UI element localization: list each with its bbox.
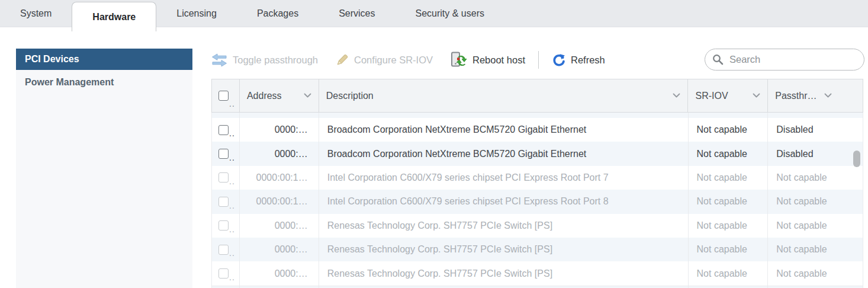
column-header-address[interactable]: Address <box>240 79 319 112</box>
truncation-dots: .. <box>229 203 235 209</box>
table-row[interactable]: .. 0000:… Renesas Technology Corp. SH775… <box>212 238 863 261</box>
search-icon <box>712 54 724 65</box>
table-row[interactable]: .. 0000:… Renesas Technology Corp. SH775… <box>212 261 863 285</box>
table-scrollbar-thumb[interactable] <box>853 151 860 167</box>
tab-security-users[interactable]: Security & users <box>396 0 504 27</box>
tab-label: System <box>20 8 52 19</box>
cell-passthrough: Disabled <box>768 142 863 165</box>
tab-hardware[interactable]: Hardware <box>72 2 156 31</box>
cell-sriov: Not capable <box>689 166 769 190</box>
table-row[interactable]: .. 0000:00:1… Intel Corporation C600/X79… <box>212 166 863 190</box>
chevron-down-icon[interactable] <box>824 93 832 98</box>
row-checkbox <box>218 172 229 183</box>
table-row[interactable]: .. 0000:… Renesas Technology Corp. SH775… <box>212 214 863 238</box>
cell-sriov: Not capable <box>689 261 769 285</box>
row-checkbox[interactable] <box>218 149 229 159</box>
cell-address: 0000:… <box>240 118 319 142</box>
cell-description: Intel Corporation C600/X79 series chipse… <box>319 190 689 213</box>
search-box <box>705 49 864 71</box>
tab-services[interactable]: Services <box>319 0 395 27</box>
tab-licensing[interactable]: Licensing <box>156 0 237 27</box>
cell-description: Intel Corporation C600/X79 series chipse… <box>319 166 689 190</box>
sidebar-item-pci-devices[interactable]: PCI Devices <box>16 49 192 70</box>
partial-row <box>212 286 863 288</box>
cell-sriov: Not capable <box>689 214 769 238</box>
chevron-down-icon[interactable] <box>753 93 760 98</box>
cell-sriov: Not capable <box>689 142 769 165</box>
column-header-passthrough[interactable]: Passthr… <box>768 79 863 112</box>
refresh-button[interactable]: Refresh <box>552 53 605 67</box>
chevron-down-icon[interactable] <box>673 93 680 98</box>
cell-sriov: Not capable <box>689 238 769 261</box>
refresh-label: Refresh <box>571 55 605 66</box>
cell-passthrough: Disabled <box>768 118 863 142</box>
sidebar-item-label: Power Management <box>25 77 114 88</box>
toggle-passthrough-button[interactable]: Toggle passthrough <box>211 53 318 67</box>
cell-address: 0000:… <box>240 238 319 261</box>
table-row[interactable]: .. 0000:… Broadcom Corporation NetXtreme… <box>212 118 863 142</box>
truncation-dots: .. <box>229 130 235 136</box>
tab-label: Licensing <box>176 8 217 19</box>
toggle-passthrough-label: Toggle passthrough <box>233 55 318 66</box>
reboot-host-button[interactable]: Reboot host <box>451 52 525 68</box>
truncation-dots: .. <box>229 155 235 161</box>
cell-passthrough: Not capable <box>768 238 863 261</box>
pencil-icon <box>336 53 349 66</box>
cell-passthrough: Not capable <box>768 166 863 190</box>
cell-address: 0000:… <box>240 261 319 285</box>
pci-devices-toolbar: Toggle passthrough Configure SR-IOV <box>211 47 605 72</box>
toggle-passthrough-icon <box>211 53 227 67</box>
tab-label: Security & users <box>416 8 484 19</box>
tab-label: Packages <box>257 8 298 19</box>
table-row[interactable]: .. 0000:… Broadcom Corporation NetXtreme… <box>212 142 863 165</box>
cell-description: Broadcom Corporation NetXtreme BCM5720 G… <box>319 142 689 165</box>
row-checkbox <box>218 197 229 207</box>
cell-passthrough: Not capable <box>768 214 863 238</box>
configure-sriov-label: Configure SR-IOV <box>354 55 433 66</box>
truncation-dots: .. <box>229 101 235 107</box>
row-checkbox <box>218 268 229 279</box>
truncation-dots: .. <box>229 178 235 184</box>
cell-description: Renesas Technology Corp. SH7757 PCIe Swi… <box>319 238 689 261</box>
cell-passthrough: Not capable <box>768 261 863 285</box>
cell-sriov: Not capable <box>689 190 769 213</box>
top-tab-bar: System Hardware Licensing Packages Servi… <box>0 0 868 27</box>
tab-label: Hardware <box>92 12 136 23</box>
column-label: SR-IOV <box>695 91 728 101</box>
reboot-host-icon <box>451 52 467 68</box>
cell-address: 0000:00:1… <box>240 166 319 190</box>
cell-description: Renesas Technology Corp. SH7757 PCIe Swi… <box>319 261 689 285</box>
cell-description: Broadcom Corporation NetXtreme BCM5720 G… <box>319 118 689 142</box>
refresh-icon <box>552 53 565 67</box>
tab-system[interactable]: System <box>0 0 72 27</box>
cell-sriov: Not capable <box>689 118 769 142</box>
column-label: Passthr… <box>775 91 816 101</box>
tab-packages[interactable]: Packages <box>237 0 319 27</box>
search-input[interactable] <box>728 53 861 66</box>
toolbar-separator <box>538 51 539 69</box>
row-checkbox[interactable] <box>218 125 229 135</box>
column-header-description[interactable]: Description <box>319 79 689 112</box>
column-label: Description <box>326 91 374 101</box>
configure-sriov-button[interactable]: Configure SR-IOV <box>336 53 433 66</box>
sidebar-item-label: PCI Devices <box>25 54 79 65</box>
column-header-sriov[interactable]: SR-IOV <box>688 79 768 112</box>
truncation-dots: .. <box>229 250 235 256</box>
select-all-checkbox[interactable] <box>218 91 229 101</box>
select-all-column-header[interactable]: .. <box>212 79 240 112</box>
cell-address: 0000:… <box>240 214 319 238</box>
column-label: Address <box>247 91 282 101</box>
truncation-dots: .. <box>229 226 235 232</box>
hardware-sidebar: PCI Devices Power Management <box>16 49 192 288</box>
truncation-dots: .. <box>229 274 235 280</box>
sidebar-item-power-management[interactable]: Power Management <box>16 70 192 95</box>
row-checkbox <box>218 220 229 231</box>
table-body: .. 0000:… Broadcom Corporation NetXtreme… <box>211 113 863 288</box>
chevron-down-icon[interactable] <box>304 93 311 98</box>
cell-description: Renesas Technology Corp. SH7757 PCIe Swi… <box>319 214 689 238</box>
tab-label: Services <box>339 8 375 19</box>
pci-devices-table: .. Address Description SR-IOV <box>211 79 863 288</box>
table-row[interactable]: .. 0000:00:1… Intel Corporation C600/X79… <box>212 190 863 213</box>
esxi-host-hardware-page: System Hardware Licensing Packages Servi… <box>0 0 868 288</box>
row-checkbox <box>218 245 229 255</box>
